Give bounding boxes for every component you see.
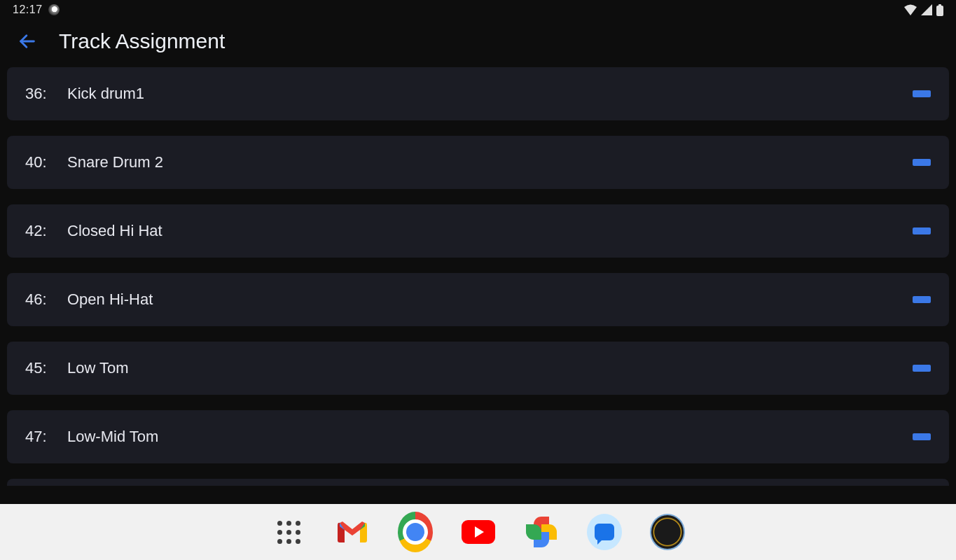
messages-icon — [587, 514, 622, 550]
page-title: Track Assignment — [59, 29, 225, 53]
app-drawer-button[interactable] — [272, 514, 307, 550]
remove-icon[interactable] — [913, 433, 931, 440]
track-row[interactable]: 46: Open Hi-Hat — [7, 273, 949, 326]
svg-rect-1 — [938, 4, 941, 6]
chrome-app[interactable] — [398, 514, 433, 550]
status-left: 12:17 — [13, 4, 60, 16]
remove-icon[interactable] — [913, 296, 931, 303]
battery-icon — [936, 4, 943, 16]
gmail-icon — [337, 520, 368, 544]
svg-rect-0 — [936, 6, 943, 16]
dock — [0, 504, 956, 560]
music-app[interactable] — [650, 514, 685, 550]
gmail-app[interactable] — [335, 514, 370, 550]
remove-icon[interactable] — [913, 90, 931, 97]
track-number: 42: — [25, 222, 67, 240]
track-name: Closed Hi Hat — [67, 222, 913, 240]
track-number: 47: — [25, 428, 67, 446]
track-number: 40: — [25, 153, 67, 172]
status-time: 12:17 — [13, 4, 43, 16]
chrome-icon — [398, 512, 433, 552]
app-indicator-icon — [48, 4, 60, 15]
track-number: 46: — [25, 290, 67, 309]
track-row[interactable]: 40: Snare Drum 2 — [7, 136, 949, 189]
remove-icon[interactable] — [913, 365, 931, 372]
track-row-partial — [7, 479, 949, 486]
track-name: Snare Drum 2 — [67, 153, 913, 172]
track-number: 45: — [25, 359, 67, 377]
wifi-icon — [904, 4, 917, 15]
app-drawer-icon — [277, 521, 300, 544]
track-name: Low Tom — [67, 359, 913, 377]
track-row[interactable]: 36: Kick drum1 — [7, 67, 949, 120]
track-row[interactable]: 45: Low Tom — [7, 342, 949, 395]
youtube-icon — [462, 520, 495, 544]
messages-app[interactable] — [587, 514, 622, 550]
status-right — [904, 4, 943, 16]
track-list: 36: Kick drum1 40: Snare Drum 2 42: Clos… — [0, 67, 956, 486]
track-name: Open Hi-Hat — [67, 290, 913, 309]
youtube-app[interactable] — [461, 514, 496, 550]
track-name: Low-Mid Tom — [67, 428, 913, 446]
signal-icon — [921, 4, 932, 15]
remove-icon[interactable] — [913, 159, 931, 166]
status-bar: 12:17 — [0, 0, 956, 20]
photos-app[interactable] — [524, 514, 559, 550]
music-app-icon — [650, 514, 685, 550]
track-row[interactable]: 42: Closed Hi Hat — [7, 204, 949, 258]
app-header: Track Assignment — [0, 20, 956, 67]
track-number: 36: — [25, 85, 67, 103]
photos-icon — [526, 517, 557, 547]
track-name: Kick drum1 — [67, 85, 913, 103]
remove-icon[interactable] — [913, 227, 931, 234]
arrow-left-icon — [18, 31, 37, 51]
back-button[interactable] — [17, 31, 38, 52]
track-row[interactable]: 47: Low-Mid Tom — [7, 410, 949, 463]
